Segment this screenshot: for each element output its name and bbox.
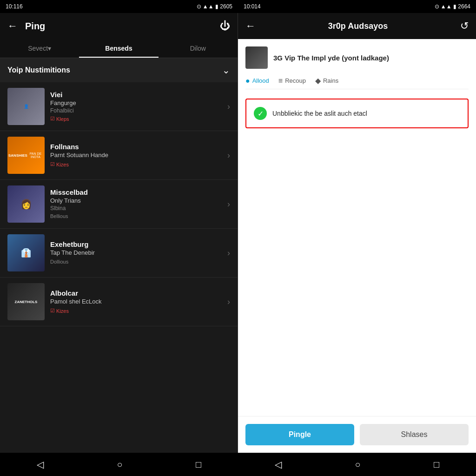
left-nav-bar: ◁ ○ □	[0, 453, 238, 476]
item-thumbnail-1: 👤	[7, 88, 45, 125]
item-title-4: Exehetburg	[50, 240, 227, 248]
left-status-icons: ⊙ ▲▲ ▮ 2605	[197, 3, 232, 10]
notification-text: Unbbliekic the be aslit auch etacl	[272, 110, 367, 117]
right-nav-recent[interactable]: □	[430, 456, 443, 474]
item-thumbnail-2: SANSHIES PAN DE INOTA	[7, 137, 45, 174]
item-thumbnail-5: ZANETHOLS	[7, 283, 45, 320]
item-sub2-3: Slbina	[50, 205, 227, 212]
item-info-5: Albolcar Pamol shel EcLock ☑ Kizes	[50, 289, 227, 314]
item-tag-5: ☑ Kizes	[50, 308, 69, 314]
section-header[interactable]: Yoip Nustimitions ⌄	[0, 58, 238, 82]
right-footer: Pingle Shlases	[238, 416, 476, 453]
chevron-icon-2: ›	[227, 151, 230, 160]
left-back-button[interactable]: ←	[7, 20, 18, 32]
tab-sevect[interactable]: Sevect▾	[0, 39, 79, 58]
right-nav-back[interactable]: ◁	[271, 455, 285, 474]
item-tag-2: ☑ Kizes	[50, 161, 69, 167]
left-status-bar: 10:116 ⊙ ▲▲ ▮ 2605	[0, 0, 238, 13]
power-icon[interactable]: ⏻	[220, 20, 230, 32]
item-title-1: Viei	[50, 91, 227, 99]
right-status-icons: ⊙ ▲▲ ▮ 2664	[435, 3, 470, 10]
chevron-icon-3: ›	[227, 199, 230, 209]
refresh-icon[interactable]: ↺	[460, 20, 469, 32]
pingle-button[interactable]: Pingle	[245, 424, 354, 445]
item-info-3: Misscelbad Only Trians Slbina Bellious	[50, 188, 227, 220]
left-tabs: Sevect▾ Benseds Dilow	[0, 39, 238, 58]
media-thumbnail	[245, 46, 268, 69]
action-tab-rains[interactable]: ◆ Rains	[315, 76, 338, 85]
item-tag-1: ☑ Kleps	[50, 116, 69, 122]
recoup-label: Recoup	[285, 77, 306, 84]
left-time: 10:116	[6, 3, 23, 10]
right-screen: ← 3r0p Audsayos ↺ 3G Vip The Impl yde (y…	[238, 13, 476, 453]
list-container: 👤 Viei Fangurge Fohalbiici ☑ Kleps ›	[0, 82, 238, 453]
right-nav-bar: ◁ ○ □	[238, 453, 476, 476]
allood-icon: ●	[245, 77, 250, 85]
item-title-2: Follnans	[50, 143, 227, 151]
rains-label: Rains	[323, 77, 338, 84]
item-subtitle-4: Tap The Denebir	[50, 249, 227, 256]
item-tag-3: Bellious	[50, 213, 68, 219]
list-item[interactable]: 👤 Viei Fangurge Fohalbiici ☑ Kleps ›	[0, 82, 238, 131]
chevron-icon-4: ›	[227, 248, 230, 258]
list-item[interactable]: SANSHIES PAN DE INOTA Follnans Parnt Sot…	[0, 131, 238, 180]
item-subtitle-1: Fangurge	[50, 99, 227, 106]
item-thumbnail-3: 👩	[7, 185, 45, 223]
right-back-button[interactable]: ←	[245, 20, 256, 32]
action-tab-allood[interactable]: ● Allood	[245, 77, 269, 85]
collapse-icon: ⌄	[222, 65, 230, 76]
shlases-button[interactable]: Shlases	[360, 424, 469, 445]
recoup-icon: ≡	[278, 77, 283, 85]
media-info-row: 3G Vip The Impl yde (yont ladkage)	[245, 46, 469, 69]
item-tag-4: Dollious	[50, 259, 68, 264]
nav-bars: ◁ ○ □ ◁ ○ □	[0, 453, 476, 476]
list-item[interactable]: 👩 Misscelbad Only Trians Slbina Bellious…	[0, 180, 238, 229]
screens-container: ← Ping ⏻ Sevect▾ Benseds Dilow Yoip Nust…	[0, 13, 476, 453]
right-content: 3G Vip The Impl yde (yont ladkage) ● All…	[238, 39, 476, 416]
green-check-icon: ✓	[254, 107, 267, 120]
item-subtitle-2: Parnt Sotuann Hande	[50, 152, 227, 159]
right-header: ← 3r0p Audsayos ↺	[238, 13, 476, 39]
item-info-4: Exehetburg Tap The Denebir Dollious	[50, 240, 227, 265]
media-title: 3G Vip The Impl yde (yont ladkage)	[273, 54, 389, 62]
left-nav-recent[interactable]: □	[192, 456, 205, 474]
item-info-2: Follnans Parnt Sotuann Hande ☑ Kizes	[50, 143, 227, 168]
right-time: 10:014	[244, 3, 261, 10]
left-header-title: Ping	[25, 21, 212, 32]
right-header-title: 3r0p Audsayos	[263, 21, 453, 31]
section-title: Yoip Nustimitions	[7, 66, 70, 74]
item-info-1: Viei Fangurge Fohalbiici ☑ Kleps	[50, 91, 227, 122]
item-thumbnail-4: 👔	[7, 234, 45, 271]
item-sub2-1: Fohalbiici	[50, 107, 227, 114]
status-bars: 10:116 ⊙ ▲▲ ▮ 2605 10:014 ⊙ ▲▲ ▮ 2664	[0, 0, 476, 13]
left-nav-home[interactable]: ○	[113, 456, 126, 474]
item-subtitle-3: Only Trians	[50, 197, 227, 204]
list-item[interactable]: 👔 Exehetburg Tap The Denebir Dollious ›	[0, 229, 238, 278]
tab-benseds[interactable]: Benseds	[79, 39, 158, 58]
tab-dilow[interactable]: Dilow	[159, 39, 238, 58]
item-title-3: Misscelbad	[50, 188, 227, 196]
right-status-bar: 10:014 ⊙ ▲▲ ▮ 2664	[238, 0, 476, 13]
list-item[interactable]: ZANETHOLS Albolcar Pamol shel EcLock ☑ K…	[0, 278, 238, 326]
action-tab-recoup[interactable]: ≡ Recoup	[278, 77, 306, 85]
left-nav-back[interactable]: ◁	[33, 455, 47, 474]
chevron-icon-5: ›	[227, 297, 230, 307]
rains-icon: ◆	[315, 76, 321, 85]
left-header: ← Ping ⏻	[0, 13, 238, 39]
action-tabs: ● Allood ≡ Recoup ◆ Rains	[245, 76, 469, 89]
notification-box: ✓ Unbbliekic the be aslit auch etacl	[245, 99, 469, 128]
item-title-5: Albolcar	[50, 289, 227, 297]
left-screen: ← Ping ⏻ Sevect▾ Benseds Dilow Yoip Nust…	[0, 13, 238, 453]
item-subtitle-5: Pamol shel EcLock	[50, 298, 227, 305]
chevron-icon-1: ›	[227, 102, 230, 112]
right-nav-home[interactable]: ○	[351, 456, 364, 474]
allood-label: Allood	[252, 77, 269, 84]
